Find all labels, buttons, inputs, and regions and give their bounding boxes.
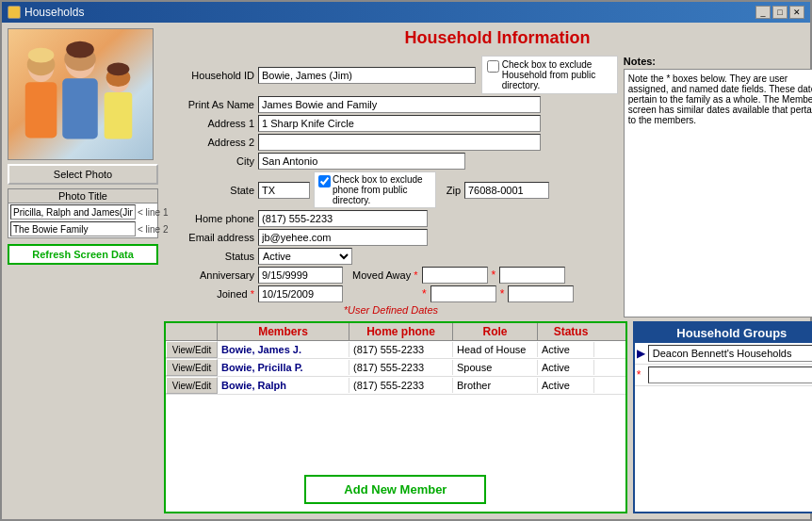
photo-title-header: Photo Title xyxy=(8,189,157,204)
status-row: Status Active Inactive Visitor xyxy=(164,248,618,265)
photo-title-row-2: < line 2 xyxy=(8,220,157,237)
anniversary-label: Anniversary xyxy=(164,269,258,281)
form-section: Household ID Check box to exclude Househ… xyxy=(164,56,812,317)
member-row: View/Edit Bowie, James J. (817) 555-2233… xyxy=(166,341,625,359)
home-phone-row: Home phone xyxy=(164,210,618,227)
extra-date1-input[interactable] xyxy=(499,267,565,284)
title-bar-left: Households xyxy=(8,6,84,19)
close-window-button[interactable]: ✕ xyxy=(789,6,804,19)
address2-input[interactable] xyxy=(258,134,541,151)
group-select-1[interactable]: Deacon Bennett's Households xyxy=(648,345,812,362)
joined-input[interactable] xyxy=(258,285,343,302)
address2-row: Address 2 xyxy=(164,134,618,151)
svg-point-10 xyxy=(28,48,55,63)
page-title: Household Information xyxy=(164,28,812,48)
notes-label: Notes: xyxy=(624,56,812,67)
svg-rect-5 xyxy=(62,78,98,138)
member-status-3: Active xyxy=(538,378,594,393)
state-label: State xyxy=(164,185,258,196)
address2-label: Address 2 xyxy=(164,137,258,148)
zip-input[interactable] xyxy=(464,182,549,199)
member-status-2: Active xyxy=(538,360,594,375)
photo-placeholder xyxy=(8,29,153,159)
anniversary-input[interactable] xyxy=(258,267,343,284)
member-row: View/Edit Bowie, Ralph (817) 555-2233 Br… xyxy=(166,377,625,395)
svg-rect-2 xyxy=(25,82,57,138)
exclude-dir-checkbox-section: Check box to exclude Household from publ… xyxy=(481,56,618,94)
joined-row: Joined * * * xyxy=(164,285,618,302)
main-panel: Household Information Household ID Check… xyxy=(164,28,812,513)
city-label: City xyxy=(164,155,258,167)
app-icon xyxy=(8,6,21,19)
household-id-label: Household ID xyxy=(164,70,258,81)
joined-label: Joined * xyxy=(164,288,258,300)
group-row-2: * xyxy=(635,365,812,386)
member-name-2: Bowie, Pricilla P. xyxy=(218,360,349,375)
svg-rect-8 xyxy=(105,92,133,138)
city-row: City xyxy=(164,153,618,170)
moved-away-label: Moved Away * xyxy=(352,269,418,281)
maximize-button[interactable]: □ xyxy=(772,6,788,19)
email-input[interactable] xyxy=(258,229,428,246)
home-phone-label: Home phone xyxy=(164,213,258,224)
home-phone-input[interactable] xyxy=(258,210,428,227)
exclude-phone-checkbox[interactable] xyxy=(318,175,331,187)
view-edit-btn-3[interactable]: View/Edit xyxy=(166,377,218,394)
member-phone-3: (817) 555-2233 xyxy=(349,378,453,393)
moved-away-input[interactable] xyxy=(422,267,488,284)
household-id-row: Household ID Check box to exclude Househ… xyxy=(164,56,618,94)
exclude-dir-label: Check box to exclude Household from publ… xyxy=(502,59,612,90)
member-name-3: Bowie, Ralph xyxy=(218,378,349,393)
state-input[interactable] xyxy=(258,182,310,199)
view-edit-btn-2[interactable]: View/Edit xyxy=(166,359,218,376)
extra-date2-input[interactable] xyxy=(430,285,496,302)
email-row: Email address xyxy=(164,229,618,246)
select-photo-button[interactable]: Select Photo xyxy=(8,164,158,185)
photo-title-line2-input[interactable] xyxy=(10,221,136,236)
print-as-name-row: Print As Name xyxy=(164,96,618,113)
extra-date3-input[interactable] xyxy=(508,285,574,302)
photo-area xyxy=(8,28,154,160)
print-as-name-input[interactable] xyxy=(258,96,541,113)
notes-text: Note the * boxes below. They are user as… xyxy=(624,69,812,317)
view-edit-btn-1[interactable]: View/Edit xyxy=(166,341,218,358)
exclude-phone-label: Check box to exclude phone from public d… xyxy=(333,174,431,205)
household-groups-header: Household Groups xyxy=(635,323,812,343)
status-select[interactable]: Active Inactive Visitor xyxy=(258,248,352,265)
title-bar: Households _ □ ✕ xyxy=(2,2,810,23)
add-new-member-button[interactable]: Add New Member xyxy=(304,475,486,504)
address1-row: Address 1 xyxy=(164,115,618,132)
anniversary-row: Anniversary Moved Away * * xyxy=(164,267,618,284)
zip-label: Zip xyxy=(436,185,464,196)
col-header-edit xyxy=(166,323,218,340)
minimize-button[interactable]: _ xyxy=(755,6,771,19)
col-header-status: Status xyxy=(538,323,604,340)
state-zip-row: State Check box to exclude phone from pu… xyxy=(164,171,618,208)
group-select-2[interactable] xyxy=(648,366,812,383)
extra-asterisk1: * xyxy=(492,269,496,282)
print-as-name-label: Print As Name xyxy=(164,99,258,110)
notes-section: Notes: Note the * boxes below. They are … xyxy=(624,56,812,317)
refresh-button[interactable]: Refresh Screen Data xyxy=(8,244,158,265)
group-row-1: ▶ Deacon Bennett's Households xyxy=(635,343,812,365)
photo-title-line1-input[interactable] xyxy=(10,204,136,220)
main-window: Households _ □ ✕ xyxy=(0,0,812,521)
member-role-1: Head of House xyxy=(453,342,538,357)
member-status-1: Active xyxy=(538,342,594,357)
left-panel: Select Photo Photo Title < line 1 < line… xyxy=(8,28,158,513)
svg-point-12 xyxy=(107,62,130,75)
col-header-phone: Home phone xyxy=(349,323,453,340)
user-dates-row: *User Defined Dates xyxy=(164,304,618,316)
bottom-section: Members Home phone Role Status View/Edit… xyxy=(164,321,812,513)
title-bar-controls: _ □ ✕ xyxy=(755,6,804,19)
member-phone-1: (817) 555-2233 xyxy=(349,342,453,357)
address1-label: Address 1 xyxy=(164,118,258,129)
address1-input[interactable] xyxy=(258,115,541,132)
photo-title-row-1: < line 1 xyxy=(8,204,157,220)
extra-asterisk3: * xyxy=(500,287,505,301)
col-header-name: Members xyxy=(218,323,349,340)
svg-point-11 xyxy=(66,41,94,58)
exclude-dir-checkbox[interactable] xyxy=(487,60,499,73)
household-id-input[interactable] xyxy=(258,67,476,84)
city-input[interactable] xyxy=(258,153,465,170)
